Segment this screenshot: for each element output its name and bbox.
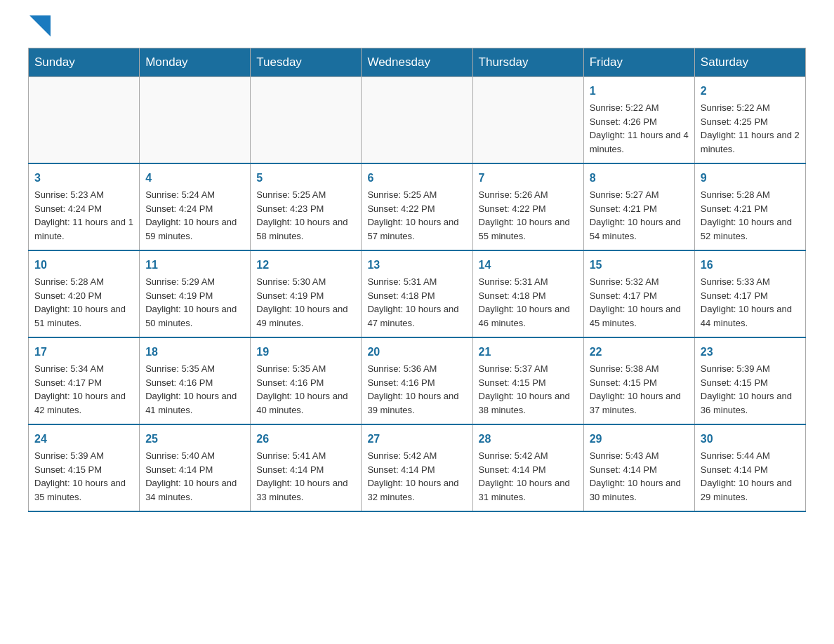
calendar-cell: 30Sunrise: 5:44 AMSunset: 4:14 PMDayligh… [694, 424, 805, 511]
calendar-cell: 3Sunrise: 5:23 AMSunset: 4:24 PMDaylight… [29, 163, 140, 250]
day-info: Sunrise: 5:44 AMSunset: 4:14 PMDaylight:… [701, 450, 792, 502]
calendar-cell [251, 77, 362, 164]
day-number: 8 [590, 170, 689, 187]
logo [28, 21, 51, 34]
calendar-cell: 17Sunrise: 5:34 AMSunset: 4:17 PMDayligh… [29, 337, 140, 424]
day-number: 25 [145, 431, 244, 448]
day-number: 20 [367, 344, 466, 361]
calendar-cell: 22Sunrise: 5:38 AMSunset: 4:15 PMDayligh… [583, 337, 694, 424]
day-number: 12 [256, 257, 355, 274]
day-info: Sunrise: 5:26 AMSunset: 4:22 PMDaylight:… [479, 189, 570, 241]
calendar-cell: 13Sunrise: 5:31 AMSunset: 4:18 PMDayligh… [362, 250, 472, 337]
calendar-cell: 10Sunrise: 5:28 AMSunset: 4:20 PMDayligh… [29, 250, 140, 337]
day-number: 4 [145, 170, 244, 187]
day-info: Sunrise: 5:22 AMSunset: 4:26 PMDaylight:… [590, 102, 689, 154]
day-info: Sunrise: 5:43 AMSunset: 4:14 PMDaylight:… [590, 450, 681, 502]
day-info: Sunrise: 5:42 AMSunset: 4:14 PMDaylight:… [479, 450, 570, 502]
day-info: Sunrise: 5:34 AMSunset: 4:17 PMDaylight:… [34, 363, 126, 415]
calendar-cell: 6Sunrise: 5:25 AMSunset: 4:22 PMDaylight… [362, 163, 472, 250]
calendar-header: SundayMondayTuesdayWednesdayThursdayFrid… [29, 48, 806, 77]
day-info: Sunrise: 5:40 AMSunset: 4:14 PMDaylight:… [145, 450, 237, 502]
weekday-header-thursday: Thursday [472, 48, 583, 77]
day-info: Sunrise: 5:23 AMSunset: 4:24 PMDaylight:… [34, 189, 133, 241]
day-info: Sunrise: 5:28 AMSunset: 4:21 PMDaylight:… [701, 189, 792, 241]
day-number: 22 [590, 344, 689, 361]
calendar-week-row: 17Sunrise: 5:34 AMSunset: 4:17 PMDayligh… [29, 337, 806, 424]
calendar-cell: 28Sunrise: 5:42 AMSunset: 4:14 PMDayligh… [472, 424, 583, 511]
svg-marker-0 [29, 15, 51, 36]
weekday-header-wednesday: Wednesday [362, 48, 472, 77]
calendar-cell: 9Sunrise: 5:28 AMSunset: 4:21 PMDaylight… [694, 163, 805, 250]
day-info: Sunrise: 5:30 AMSunset: 4:19 PMDaylight:… [256, 276, 348, 328]
calendar-cell: 8Sunrise: 5:27 AMSunset: 4:21 PMDaylight… [583, 163, 694, 250]
calendar-cell: 11Sunrise: 5:29 AMSunset: 4:19 PMDayligh… [140, 250, 251, 337]
day-info: Sunrise: 5:35 AMSunset: 4:16 PMDaylight:… [256, 363, 348, 415]
calendar-cell: 12Sunrise: 5:30 AMSunset: 4:19 PMDayligh… [251, 250, 362, 337]
day-info: Sunrise: 5:31 AMSunset: 4:18 PMDaylight:… [479, 276, 570, 328]
calendar-body: 1Sunrise: 5:22 AMSunset: 4:26 PMDaylight… [29, 77, 806, 512]
day-info: Sunrise: 5:27 AMSunset: 4:21 PMDaylight:… [590, 189, 681, 241]
day-number: 21 [479, 344, 578, 361]
weekday-header-row: SundayMondayTuesdayWednesdayThursdayFrid… [29, 48, 806, 77]
day-info: Sunrise: 5:33 AMSunset: 4:17 PMDaylight:… [701, 276, 792, 328]
weekday-header-saturday: Saturday [694, 48, 805, 77]
day-info: Sunrise: 5:39 AMSunset: 4:15 PMDaylight:… [34, 450, 126, 502]
weekday-header-friday: Friday [583, 48, 694, 77]
calendar-cell [472, 77, 583, 164]
calendar-cell: 29Sunrise: 5:43 AMSunset: 4:14 PMDayligh… [583, 424, 694, 511]
calendar-cell: 26Sunrise: 5:41 AMSunset: 4:14 PMDayligh… [251, 424, 362, 511]
calendar-cell: 27Sunrise: 5:42 AMSunset: 4:14 PMDayligh… [362, 424, 472, 511]
calendar-cell: 25Sunrise: 5:40 AMSunset: 4:14 PMDayligh… [140, 424, 251, 511]
day-number: 18 [145, 344, 244, 361]
day-info: Sunrise: 5:35 AMSunset: 4:16 PMDaylight:… [145, 363, 237, 415]
weekday-header-monday: Monday [140, 48, 251, 77]
day-number: 30 [701, 431, 800, 448]
calendar-cell: 23Sunrise: 5:39 AMSunset: 4:15 PMDayligh… [694, 337, 805, 424]
day-number: 16 [701, 257, 800, 274]
page-header [28, 21, 806, 34]
day-number: 17 [34, 344, 133, 361]
day-number: 24 [34, 431, 133, 448]
day-info: Sunrise: 5:28 AMSunset: 4:20 PMDaylight:… [34, 276, 126, 328]
day-info: Sunrise: 5:39 AMSunset: 4:15 PMDaylight:… [701, 363, 792, 415]
day-number: 23 [701, 344, 800, 361]
day-number: 2 [701, 83, 800, 100]
day-info: Sunrise: 5:37 AMSunset: 4:15 PMDaylight:… [479, 363, 570, 415]
calendar-cell [362, 77, 472, 164]
calendar-cell [140, 77, 251, 164]
calendar-cell: 2Sunrise: 5:22 AMSunset: 4:25 PMDaylight… [694, 77, 805, 164]
calendar-cell: 21Sunrise: 5:37 AMSunset: 4:15 PMDayligh… [472, 337, 583, 424]
day-number: 29 [590, 431, 689, 448]
calendar-cell: 14Sunrise: 5:31 AMSunset: 4:18 PMDayligh… [472, 250, 583, 337]
day-number: 11 [145, 257, 244, 274]
calendar-week-row: 1Sunrise: 5:22 AMSunset: 4:26 PMDaylight… [29, 77, 806, 164]
day-info: Sunrise: 5:42 AMSunset: 4:14 PMDaylight:… [367, 450, 458, 502]
day-info: Sunrise: 5:31 AMSunset: 4:18 PMDaylight:… [367, 276, 458, 328]
calendar-cell: 20Sunrise: 5:36 AMSunset: 4:16 PMDayligh… [362, 337, 472, 424]
day-info: Sunrise: 5:25 AMSunset: 4:22 PMDaylight:… [367, 189, 458, 241]
calendar-cell: 15Sunrise: 5:32 AMSunset: 4:17 PMDayligh… [583, 250, 694, 337]
calendar-cell: 5Sunrise: 5:25 AMSunset: 4:23 PMDaylight… [251, 163, 362, 250]
calendar-cell [29, 77, 140, 164]
calendar-cell: 16Sunrise: 5:33 AMSunset: 4:17 PMDayligh… [694, 250, 805, 337]
day-number: 19 [256, 344, 355, 361]
day-info: Sunrise: 5:29 AMSunset: 4:19 PMDaylight:… [145, 276, 237, 328]
calendar-cell: 4Sunrise: 5:24 AMSunset: 4:24 PMDaylight… [140, 163, 251, 250]
day-info: Sunrise: 5:25 AMSunset: 4:23 PMDaylight:… [256, 189, 348, 241]
calendar-cell: 1Sunrise: 5:22 AMSunset: 4:26 PMDaylight… [583, 77, 694, 164]
day-number: 10 [34, 257, 133, 274]
day-info: Sunrise: 5:36 AMSunset: 4:16 PMDaylight:… [367, 363, 458, 415]
calendar-week-row: 24Sunrise: 5:39 AMSunset: 4:15 PMDayligh… [29, 424, 806, 511]
calendar-cell: 24Sunrise: 5:39 AMSunset: 4:15 PMDayligh… [29, 424, 140, 511]
day-number: 28 [479, 431, 578, 448]
calendar-cell: 18Sunrise: 5:35 AMSunset: 4:16 PMDayligh… [140, 337, 251, 424]
day-number: 14 [479, 257, 578, 274]
calendar-table: SundayMondayTuesdayWednesdayThursdayFrid… [28, 48, 806, 512]
day-number: 1 [590, 83, 689, 100]
day-info: Sunrise: 5:22 AMSunset: 4:25 PMDaylight:… [701, 102, 800, 154]
weekday-header-tuesday: Tuesday [251, 48, 362, 77]
day-number: 5 [256, 170, 355, 187]
calendar-week-row: 10Sunrise: 5:28 AMSunset: 4:20 PMDayligh… [29, 250, 806, 337]
day-info: Sunrise: 5:32 AMSunset: 4:17 PMDaylight:… [590, 276, 681, 328]
day-number: 26 [256, 431, 355, 448]
